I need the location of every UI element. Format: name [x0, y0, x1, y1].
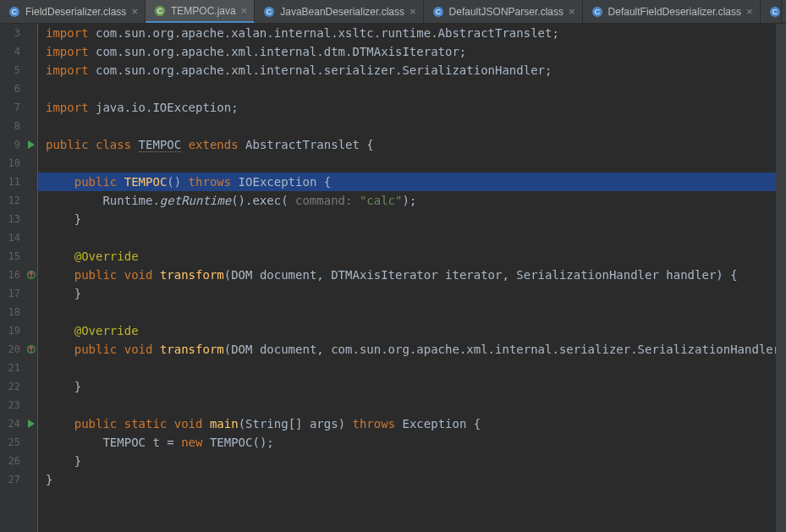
code-line[interactable] — [46, 154, 786, 173]
line-number: 12 — [8, 195, 20, 206]
gutter-line[interactable]: 15 — [0, 247, 37, 266]
editor: 3456789101112131415161718192021222324252… — [0, 24, 786, 532]
class-file-icon: C — [591, 6, 603, 18]
code-area[interactable]: import com.sun.org.apache.xalan.internal… — [38, 24, 786, 532]
close-icon[interactable]: × — [409, 6, 416, 17]
override-gutter-icon[interactable] — [27, 345, 36, 354]
code-line[interactable]: import com.sun.org.apache.xalan.internal… — [46, 24, 786, 42]
code-line[interactable]: } — [46, 452, 786, 470]
scroll-stripe[interactable] — [776, 24, 786, 532]
code-line[interactable]: } — [46, 284, 786, 303]
code-line[interactable]: import com.sun.org.apache.xml.internal.d… — [46, 42, 786, 61]
gutter-line[interactable]: 5 — [0, 61, 37, 80]
gutter-line[interactable]: 24 — [0, 414, 37, 433]
line-number: 17 — [8, 288, 20, 299]
line-number: 13 — [8, 213, 20, 225]
line-number: 20 — [8, 343, 20, 355]
svg-text:C: C — [594, 8, 600, 16]
gutter-line[interactable]: 19 — [0, 321, 37, 340]
svg-marker-12 — [28, 140, 35, 149]
gutter-line[interactable]: 23 — [0, 396, 37, 414]
line-number: 8 — [14, 120, 20, 132]
gutter-line[interactable]: 27 — [0, 470, 37, 489]
gutter-line[interactable]: 10 — [0, 154, 37, 173]
code-line[interactable]: } — [46, 210, 786, 228]
close-icon[interactable]: × — [131, 6, 138, 17]
line-number: 22 — [8, 381, 20, 392]
line-number: 21 — [8, 362, 20, 374]
svg-text:C: C — [772, 8, 778, 16]
editor-tabs: CFieldDeserializer.class×CTEMPOC.java×CJ… — [0, 0, 786, 24]
code-line[interactable]: } — [46, 470, 786, 489]
gutter-line[interactable]: 18 — [0, 303, 37, 321]
line-number: 10 — [8, 157, 20, 169]
code-line[interactable]: TEMPOC t = new TEMPOC(); — [46, 433, 786, 452]
gutter-line[interactable]: 9 — [0, 135, 37, 154]
override-gutter-icon[interactable] — [27, 271, 36, 279]
tab-label: FieldDeserializer.class — [25, 6, 126, 18]
code-line[interactable]: public static void main(String[] args) t… — [46, 414, 786, 433]
tab-fielddeserializer-class[interactable]: CFieldDeserializer.class× — [0, 0, 146, 23]
gutter-line[interactable]: 13 — [0, 210, 37, 228]
line-number: 9 — [14, 139, 20, 151]
gutter-line[interactable]: 17 — [0, 284, 37, 303]
java-class-icon: C — [154, 5, 166, 17]
code-line[interactable]: public TEMPOC() throws IOException { — [38, 173, 786, 191]
code-line[interactable]: import java.io.IOException; — [46, 98, 786, 117]
gutter-line[interactable]: 7 — [0, 98, 37, 117]
line-number: 4 — [14, 46, 20, 58]
tab-label: DefaultJSONParser.class — [449, 6, 563, 18]
code-line[interactable]: } — [46, 377, 786, 396]
gutter-line[interactable]: 6 — [0, 80, 37, 98]
line-number: 23 — [8, 399, 20, 411]
line-number: 7 — [14, 101, 20, 113]
line-number: 16 — [8, 269, 20, 281]
gutter-line[interactable]: 3 — [0, 24, 37, 42]
gutter-line[interactable]: 4 — [0, 42, 37, 61]
line-number: 18 — [8, 306, 20, 318]
code-line[interactable]: import com.sun.org.apache.xml.internal.s… — [46, 61, 786, 80]
gutter-line[interactable]: 22 — [0, 377, 37, 396]
code-line[interactable] — [46, 117, 786, 135]
svg-text:C: C — [157, 7, 163, 15]
line-number: 26 — [8, 455, 20, 467]
gutter-line[interactable]: 11 — [0, 173, 37, 191]
class-file-icon: C — [769, 6, 781, 18]
code-line[interactable] — [46, 396, 786, 414]
close-icon[interactable]: × — [241, 5, 248, 16]
tab-defaultjsonparser-class[interactable]: CDefaultJSONParser.class× — [424, 0, 583, 23]
tab-defaultfielddeserializer-class[interactable]: CDefaultFieldDeserializer.class× — [583, 0, 761, 23]
code-line[interactable] — [46, 359, 786, 377]
code-line[interactable] — [46, 303, 786, 321]
code-line[interactable]: public void transform(DOM document, DTMA… — [46, 266, 786, 284]
gutter-line[interactable]: 12 — [0, 191, 37, 210]
code-line[interactable]: @Override — [46, 247, 786, 266]
gutter-line[interactable]: 25 — [0, 433, 37, 452]
tab-tempoc-java[interactable]: CTEMPOC.java× — [146, 0, 255, 23]
run-gutter-icon[interactable] — [27, 420, 36, 428]
code-line[interactable]: public class TEMPOC extends AbstractTran… — [46, 135, 786, 154]
line-number: 11 — [8, 176, 20, 188]
close-icon[interactable]: × — [569, 6, 575, 17]
code-line[interactable] — [46, 228, 786, 247]
gutter-line[interactable]: 14 — [0, 228, 37, 247]
tab-label: DefaultFieldDeserializer.class — [608, 6, 741, 18]
code-line[interactable]: public void transform(DOM document, com.… — [46, 340, 786, 359]
tab-overflow[interactable]: C — [761, 0, 782, 23]
tab-javabeandeserializer-class[interactable]: CJavaBeanDeserializer.class× — [255, 0, 423, 23]
gutter-line[interactable]: 16 — [0, 266, 37, 284]
gutter-line[interactable]: 20 — [0, 340, 37, 359]
gutter-line[interactable]: 8 — [0, 117, 37, 135]
close-icon[interactable]: × — [746, 6, 753, 17]
gutter-line[interactable]: 21 — [0, 359, 37, 377]
tab-label: JavaBeanDeserializer.class — [280, 6, 404, 18]
line-number: 24 — [8, 418, 20, 430]
svg-text:C: C — [267, 8, 272, 16]
code-line[interactable]: Runtime.getRuntime().exec( command: "cal… — [46, 191, 786, 210]
run-gutter-icon[interactable] — [27, 140, 36, 149]
line-number: 14 — [8, 232, 20, 244]
code-line[interactable] — [46, 80, 786, 98]
gutter-line[interactable]: 26 — [0, 452, 37, 470]
svg-marker-15 — [28, 420, 35, 428]
code-line[interactable]: @Override — [46, 321, 786, 340]
